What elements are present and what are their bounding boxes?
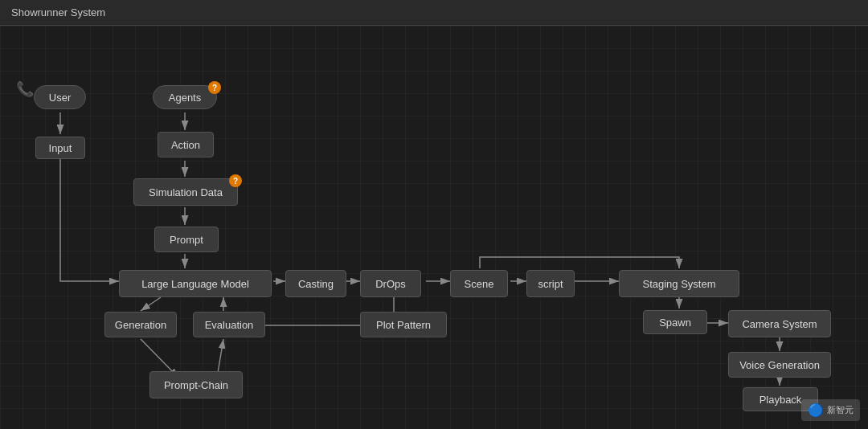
node-user: User xyxy=(34,85,86,109)
node-agents: Agents ? xyxy=(153,85,217,109)
node-input: Input xyxy=(35,137,85,159)
node-drops: DrOps xyxy=(360,270,421,297)
node-scene: Scene xyxy=(450,270,508,297)
node-staging-system: Staging System xyxy=(619,270,739,297)
node-script: script xyxy=(526,270,575,297)
node-spawn: Spawn xyxy=(643,310,707,334)
diagram-canvas: 📞 User Agents ? Input Action Simulation … xyxy=(0,26,868,429)
node-camera-system: Camera System xyxy=(728,310,831,337)
svg-line-15 xyxy=(141,297,161,311)
phone-icon: 📞 xyxy=(16,80,34,98)
node-casting: Casting xyxy=(285,270,346,297)
watermark: 🔵 新智元 xyxy=(801,399,860,421)
node-evaluation: Evaluation xyxy=(193,312,265,337)
title-bar: Showrunner System xyxy=(0,0,868,26)
node-prompt-chain: Prompt-Chain xyxy=(149,371,243,398)
node-generation: Generation xyxy=(104,312,177,337)
simulation-badge: ? xyxy=(229,174,242,187)
node-llm: Large Language Model xyxy=(119,270,272,297)
app-title: Showrunner System xyxy=(11,6,105,18)
node-prompt: Prompt xyxy=(154,227,219,252)
node-simulation-data: Simulation Data ? xyxy=(133,178,238,206)
agents-badge: ? xyxy=(208,81,221,94)
node-voice-generation: Voice Generation xyxy=(728,352,831,378)
node-plot-pattern: Plot Pattern xyxy=(360,312,447,337)
node-action: Action xyxy=(158,132,214,157)
